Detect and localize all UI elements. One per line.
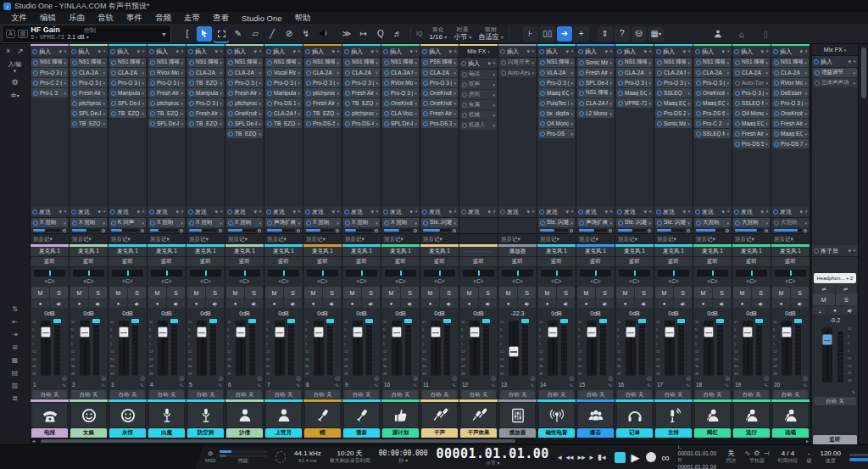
mute-button[interactable]: M xyxy=(655,287,673,299)
insert-dropdown-icon[interactable]: ▾ xyxy=(853,70,855,75)
param-value[interactable]: 2.1 dB xyxy=(67,34,84,40)
insert-power-icon[interactable] xyxy=(111,101,116,106)
insert-dropdown-icon[interactable]: ▾ xyxy=(220,81,222,86)
inserts-power-icon[interactable] xyxy=(695,49,700,54)
sends-dropdown-icon[interactable]: ▾ xyxy=(136,209,140,215)
insert-power-icon[interactable] xyxy=(345,60,350,65)
send-slot[interactable]: 大混响▾ xyxy=(733,218,770,227)
send-dropdown-icon[interactable]: ▾ xyxy=(609,221,612,226)
solo-button[interactable]: S xyxy=(284,287,302,299)
insert-power-icon[interactable] xyxy=(345,91,350,96)
insert-dropdown-icon[interactable]: ▾ xyxy=(765,121,768,126)
insert-power-icon[interactable] xyxy=(735,81,740,86)
insert-slot[interactable]: CLA Vocals▾ xyxy=(382,109,419,118)
insert-slot[interactable]: Pro-DS 7▾ xyxy=(772,139,809,148)
pan-control[interactable] xyxy=(303,267,342,278)
send-power-icon[interactable] xyxy=(33,221,38,226)
insert-slot[interactable]: CLA-2A▾ xyxy=(109,68,146,77)
send-power-icon[interactable] xyxy=(735,221,740,226)
fader-track[interactable] xyxy=(236,321,246,376)
monitor-button[interactable]: 监听 xyxy=(303,257,342,267)
insert-slot[interactable]: Fresh Air 14▾ xyxy=(343,88,380,98)
inserts-power-icon[interactable] xyxy=(227,49,232,54)
timecode-unit[interactable]: 小节 xyxy=(486,461,496,466)
insert-power-icon[interactable] xyxy=(228,70,233,75)
send-level-bar[interactable] xyxy=(108,228,147,232)
insert-power-icon[interactable] xyxy=(111,60,116,65)
insert-power-icon[interactable] xyxy=(774,91,779,96)
insert-dropdown-icon[interactable]: ▾ xyxy=(531,70,534,75)
precount-icon[interactable]: ⊣ xyxy=(763,449,769,457)
send-level-track[interactable] xyxy=(150,229,178,232)
fader-cap[interactable] xyxy=(158,327,168,338)
inserts-power-icon[interactable] xyxy=(814,59,819,64)
fader-track[interactable] xyxy=(704,321,714,376)
send-slot[interactable]: X 混响▾ xyxy=(343,218,380,227)
insert-slot[interactable]: Pro-L 3▾ xyxy=(31,88,68,98)
automation-mode-button[interactable]: 自动: 关 xyxy=(383,390,418,399)
fader-value[interactable]: 0dB xyxy=(576,309,615,318)
mute-button[interactable]: M xyxy=(733,287,751,299)
insert-slot[interactable]: Manipulator 2▾ xyxy=(109,88,146,98)
record-arm-button[interactable]: ● xyxy=(70,299,88,308)
insert-dropdown-icon[interactable]: ▾ xyxy=(103,60,105,65)
insert-power-icon[interactable] xyxy=(696,121,701,126)
inputs-bank-icon[interactable]: ▦ xyxy=(12,356,19,364)
record-arm-button[interactable]: ● xyxy=(499,299,517,308)
insert-power-icon[interactable] xyxy=(306,121,311,126)
insert-dropdown-icon[interactable]: ▾ xyxy=(765,81,768,86)
insert-power-icon[interactable] xyxy=(735,101,740,106)
sends-dropdown-icon[interactable]: ▾ xyxy=(292,209,296,215)
automation-mode-button[interactable]: 自动: 关 xyxy=(500,390,535,399)
sends-header[interactable]: 发送▾+ xyxy=(537,206,576,218)
insert-dropdown-icon[interactable]: ▾ xyxy=(181,91,183,96)
send-power-icon[interactable] xyxy=(696,221,701,226)
inserts-add-icon[interactable]: + xyxy=(765,48,769,54)
insert-dropdown-icon[interactable]: ▾ xyxy=(376,121,378,126)
insert-slot[interactable]: NS1 降噪▾ xyxy=(538,58,575,67)
insert-slot[interactable]: PuigTec EQP-▾ xyxy=(538,98,575,108)
pan-value-label[interactable]: <C> xyxy=(381,278,420,287)
pan-control[interactable] xyxy=(147,267,186,278)
record-arm-button[interactable]: ● xyxy=(538,299,556,308)
postfader-add-icon[interactable]: + xyxy=(853,248,856,254)
insert-dropdown-icon[interactable]: ▾ xyxy=(220,121,222,126)
fader-value[interactable]: 0dB xyxy=(537,309,576,318)
stereo-mode-icon[interactable]: ◎ xyxy=(764,375,769,382)
channel-name[interactable]: 源计划 xyxy=(382,428,419,438)
input-monitor-button[interactable] xyxy=(362,299,380,308)
insert-slot[interactable]: Pro-Q 3 (5)▾ xyxy=(304,78,341,87)
insert-dropdown-icon[interactable]: ▾ xyxy=(376,70,378,75)
insert-slot[interactable]: 电话▾ xyxy=(460,70,497,79)
channel-icon[interactable] xyxy=(31,402,68,428)
send-level-track[interactable] xyxy=(735,229,763,232)
monitor-button[interactable]: 监听 xyxy=(693,257,732,267)
insert-dropdown-icon[interactable]: ▾ xyxy=(687,70,690,75)
master-mixfx-slot[interactable]: Mix FX▾ xyxy=(812,44,858,56)
send-dropdown-icon[interactable]: ▾ xyxy=(142,221,144,226)
grid-options-icon[interactable]: ▦▾ xyxy=(648,26,664,42)
input-monitor-button[interactable] xyxy=(245,299,263,308)
stereo-mode-icon[interactable]: ◎ xyxy=(491,375,496,382)
insert-dropdown-icon[interactable]: ▾ xyxy=(103,101,105,106)
sends-add-icon[interactable]: + xyxy=(726,209,730,215)
send-slot[interactable]: Ste..闪避开关▾ xyxy=(421,218,458,227)
fader-cap[interactable] xyxy=(431,327,441,338)
insert-dropdown-icon[interactable]: ▾ xyxy=(103,91,105,96)
inserts-dropdown-icon[interactable]: ▾ xyxy=(487,60,491,67)
insert-slot[interactable]: CLA-2A Mono▾ xyxy=(265,109,302,118)
automation-curve-icon[interactable]: ∿ xyxy=(725,382,729,388)
insert-power-icon[interactable] xyxy=(423,111,428,116)
pan-track[interactable] xyxy=(580,270,611,276)
insert-power-icon[interactable] xyxy=(384,111,389,116)
vscrollbar-handle[interactable] xyxy=(861,47,866,98)
insert-power-icon[interactable] xyxy=(540,60,545,65)
insert-slot[interactable]: TB_EZQ_v3_:▾ xyxy=(343,98,380,108)
follow-icon[interactable]: ≫ xyxy=(339,26,354,42)
input-source[interactable]: 麦克风 1 xyxy=(225,247,264,257)
insert-slot[interactable]: Maag EQ4▾ xyxy=(694,98,731,108)
tempo-block[interactable]: 120.00 速度 xyxy=(820,449,840,465)
insert-power-icon[interactable] xyxy=(774,111,779,116)
pan-value-label[interactable]: <C> xyxy=(303,278,342,287)
insert-dropdown-icon[interactable]: ▾ xyxy=(804,101,807,106)
